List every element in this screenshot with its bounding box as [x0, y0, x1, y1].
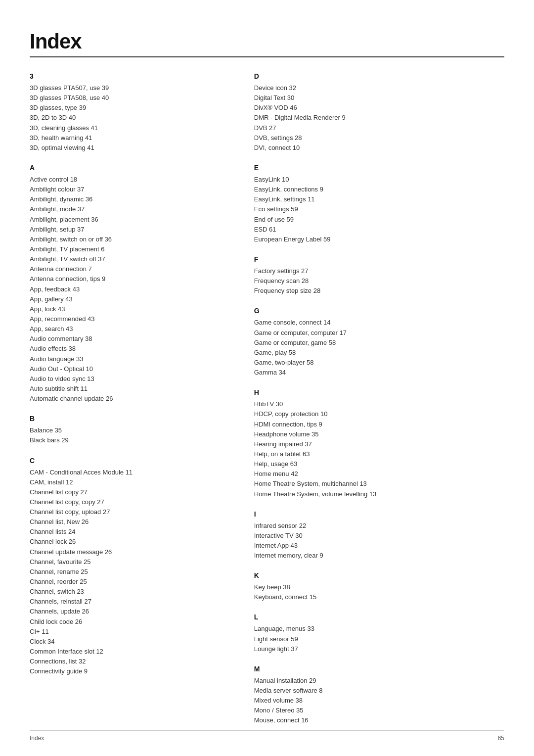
index-section-k: KKey beep 38Keyboard, connect 15 — [254, 571, 504, 602]
index-entry: Clock 34 — [30, 637, 224, 647]
index-entry: EasyLink, settings 11 — [254, 194, 504, 204]
index-entry: DVI, connect 10 — [254, 143, 504, 153]
index-entry: Mono / Stereo 35 — [254, 706, 504, 715]
index-entry: Channel list copy, copy 27 — [30, 497, 224, 507]
section-letter: H — [254, 388, 504, 396]
index-entry: Ambilight, setup 37 — [30, 225, 224, 235]
index-entry: Internet memory, clear 9 — [254, 551, 504, 561]
page: Index 33D glasses PTA507, use 393D glass… — [0, 0, 534, 756]
index-entry: Channel lists 24 — [30, 527, 224, 537]
index-section-l: LLanguage, menus 33Light sensor 59Lounge… — [254, 613, 504, 654]
index-entry: EasyLink, connections 9 — [254, 185, 504, 194]
index-entry: DVB 27 — [254, 123, 504, 133]
index-entry: Antenna connection 7 — [30, 264, 224, 274]
index-section-m: MManual installation 29Media server soft… — [254, 665, 504, 726]
index-entry: Infrared sensor 22 — [254, 521, 504, 531]
index-section-d: DDevice icon 32Digital Text 30DivX® VOD … — [254, 72, 504, 153]
index-entry: Channel list copy, upload 27 — [30, 507, 224, 517]
index-section-e: EEasyLink 10EasyLink, connections 9EasyL… — [254, 164, 504, 244]
footer-right: 65 — [498, 735, 504, 742]
index-entry: CI+ 11 — [30, 627, 224, 637]
index-entry: Ambilight, mode 37 — [30, 204, 224, 214]
index-entry: Headphone volume 35 — [254, 429, 504, 439]
section-letter: M — [254, 665, 504, 673]
index-entry: Media server software 8 — [254, 686, 504, 696]
index-entry: Ambilight, dynamic 36 — [30, 194, 224, 204]
index-entry: DMR - Digital Media Renderer 9 — [254, 113, 504, 123]
index-section-b: BBalance 35Black bars 29 — [30, 415, 224, 445]
index-entry: DVB, settings 28 — [254, 133, 504, 143]
index-entry: App, recommended 43 — [30, 314, 224, 324]
index-entry: Channels, reinstall 27 — [30, 597, 224, 607]
section-letter: E — [254, 164, 504, 172]
index-entry: HDMI connection, tips 9 — [254, 420, 504, 429]
index-entry: Game console, connect 14 — [254, 318, 504, 328]
index-section-i: IInfrared sensor 22Interactive TV 30Inte… — [254, 510, 504, 561]
index-entry: Hearing impaired 37 — [254, 439, 504, 449]
index-entry: Child lock code 26 — [30, 617, 224, 627]
title-divider — [30, 56, 504, 57]
index-entry: Channels, update 26 — [30, 607, 224, 616]
index-entry: Game, play 58 — [254, 348, 504, 358]
index-entry: Interactive TV 30 — [254, 531, 504, 541]
index-entry: Home menu 42 — [254, 469, 504, 479]
index-entry: 3D, health warning 41 — [30, 133, 224, 143]
index-entry: Audio Out - Optical 10 — [30, 364, 224, 374]
section-letter: K — [254, 571, 504, 579]
section-letter: F — [254, 255, 504, 263]
index-entry: HDCP, copy protection 10 — [254, 409, 504, 419]
index-entry: Game or computer, computer 17 — [254, 328, 504, 338]
index-entry: EasyLink 10 — [254, 175, 504, 185]
index-section-a: AActive control 18Ambilight colour 37Amb… — [30, 164, 224, 404]
index-entry: Language, menus 33 — [254, 624, 504, 634]
index-entry: European Energy Label 59 — [254, 235, 504, 244]
section-letter: D — [254, 72, 504, 80]
index-entry: Ambilight, TV placement 6 — [30, 244, 224, 254]
index-entry: Black bars 29 — [30, 435, 224, 445]
index-entry: Frequency scan 28 — [254, 276, 504, 286]
section-letter: L — [254, 613, 504, 621]
section-letter: I — [254, 510, 504, 518]
index-entry: CAM - Conditional Acces Module 11 — [30, 468, 224, 477]
index-entry: Home Theatre System, multichannel 13 — [254, 479, 504, 489]
index-entry: Channel, switch 23 — [30, 587, 224, 597]
index-entry: Channel list, New 26 — [30, 517, 224, 527]
index-entry: Game, two-player 58 — [254, 358, 504, 368]
index-entry: 3D, cleaning glasses 41 — [30, 123, 224, 133]
index-entry: 3D glasses PTA508, use 40 — [30, 93, 224, 103]
index-entry: Ambilight colour 37 — [30, 185, 224, 194]
index-entry: Channel list copy 27 — [30, 487, 224, 497]
index-entry: Ambilight, placement 36 — [30, 215, 224, 225]
index-entry: Digital Text 30 — [254, 93, 504, 103]
index-entry: 3D, 2D to 3D 40 — [30, 113, 224, 123]
index-entry: Antenna connection, tips 9 — [30, 274, 224, 284]
index-entry: Light sensor 59 — [254, 634, 504, 644]
index-entry: Auto subtitle shift 11 — [30, 384, 224, 394]
index-entry: Help, usage 63 — [254, 459, 504, 469]
index-entry: Balance 35 — [30, 425, 224, 435]
index-entry: Ambilight, switch on or off 36 — [30, 235, 224, 244]
index-entry: Internet App 43 — [254, 541, 504, 551]
index-section-g: GGame console, connect 14Game or compute… — [254, 307, 504, 378]
index-entry: App, search 43 — [30, 324, 224, 334]
index-entry: Active control 18 — [30, 175, 224, 185]
index-entry: Audio language 33 — [30, 354, 224, 364]
index-entry: App, gallery 43 — [30, 294, 224, 304]
index-entry: Common Interface slot 12 — [30, 647, 224, 657]
page-footer: Index 65 — [30, 730, 504, 742]
index-entry: Keyboard, connect 15 — [254, 592, 504, 602]
footer-left: Index — [30, 735, 44, 742]
index-entry: App, feedback 43 — [30, 284, 224, 294]
index-entry: Connectivity guide 9 — [30, 666, 224, 676]
index-entry: 3D, optimal viewing 41 — [30, 143, 224, 153]
left-column: 33D glasses PTA507, use 393D glasses PTA… — [30, 72, 244, 737]
index-entry: 3D glasses PTA507, use 39 — [30, 83, 224, 93]
index-entry: Help, on a tablet 63 — [254, 449, 504, 459]
index-columns: 33D glasses PTA507, use 393D glasses PTA… — [30, 72, 504, 737]
index-entry: Lounge light 37 — [254, 644, 504, 654]
index-entry: Device icon 32 — [254, 83, 504, 93]
index-entry: Mixed volume 38 — [254, 696, 504, 706]
index-entry: Factory settings 27 — [254, 266, 504, 276]
index-entry: CAM, install 12 — [30, 477, 224, 487]
index-entry: Automatic channel update 26 — [30, 394, 224, 404]
